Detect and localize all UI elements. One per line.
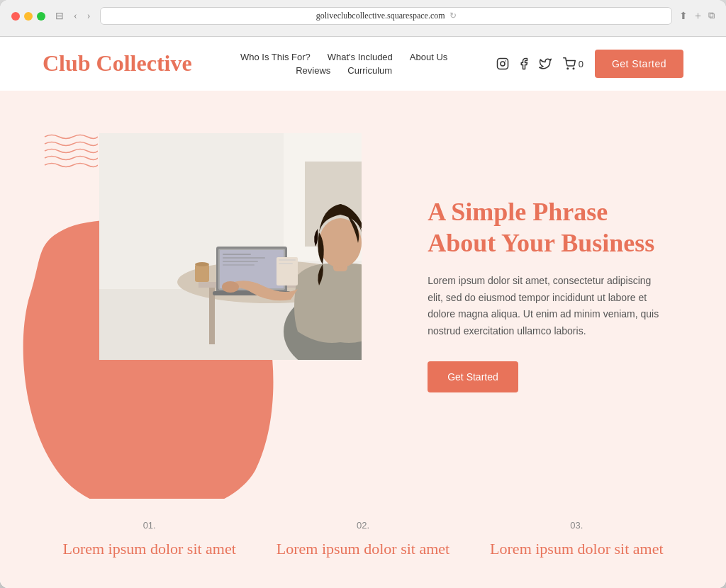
site-actions: 0 Get Started: [496, 50, 683, 78]
nav-reviews[interactable]: Reviews: [296, 65, 330, 76]
svg-rect-27: [277, 257, 298, 285]
site-logo[interactable]: Club Collective: [43, 51, 192, 76]
svg-point-1: [501, 62, 505, 66]
address-bar[interactable]: goliveclubcollective.squarespace.com ↻: [100, 7, 672, 25]
svg-point-2: [505, 60, 506, 62]
hero-left: [0, 91, 399, 499]
svg-rect-29: [279, 263, 293, 264]
close-button[interactable]: [11, 12, 20, 21]
social-icons: [496, 57, 552, 70]
cart-icon[interactable]: 0: [563, 57, 583, 70]
feature-number-2: 02.: [270, 520, 455, 531]
svg-rect-11: [209, 288, 215, 344]
svg-rect-16: [223, 254, 251, 255]
nav-about-us[interactable]: About Us: [410, 52, 447, 62]
nav-row-1: Who Is This For? What's Included About U…: [240, 52, 447, 62]
nav-row-2: Reviews Curriculum: [296, 65, 392, 76]
svg-rect-25: [195, 264, 209, 282]
nav-whats-included[interactable]: What's Included: [328, 52, 393, 62]
svg-rect-19: [223, 264, 255, 266]
hero-title: A Simple Phrase About Your Business: [428, 197, 669, 258]
svg-point-22: [222, 281, 239, 293]
minimize-button[interactable]: [24, 12, 33, 21]
hero-right: A Simple Phrase About Your Business Lore…: [399, 91, 726, 499]
hero-photo-bg: [99, 133, 362, 360]
sidebar-toggle-icon[interactable]: ⊟: [52, 9, 67, 23]
hero-content: A Simple Phrase About Your Business Lore…: [428, 197, 669, 392]
feature-title-2: Lorem ipsum dolor sit amet: [270, 539, 455, 560]
tabs-icon[interactable]: ⧉: [708, 10, 715, 23]
feature-title-1: Lorem ipsum dolor sit amet: [57, 539, 242, 560]
browser-chrome: ⊟ ‹ › goliveclubcollective.squarespace.c…: [0, 0, 726, 37]
svg-rect-28: [279, 259, 296, 261]
website-content: Club Collective Who Is This For? What's …: [0, 37, 726, 588]
features-section: 01. Lorem ipsum dolor sit amet 02. Lorem…: [0, 499, 726, 588]
browser-controls: ⊟ ‹ ›: [52, 9, 93, 23]
url-text: goliveclubcollective.squarespace.com: [316, 11, 445, 21]
browser-window: ⊟ ‹ › goliveclubcollective.squarespace.c…: [0, 0, 726, 588]
svg-rect-18: [223, 261, 258, 262]
maximize-button[interactable]: [37, 12, 45, 21]
feature-item-2: 02. Lorem ipsum dolor sit amet: [256, 520, 469, 560]
share-icon[interactable]: ⬆: [679, 10, 688, 23]
svg-rect-0: [497, 59, 508, 69]
forward-icon[interactable]: ›: [84, 9, 94, 23]
facebook-icon[interactable]: [518, 57, 530, 70]
feature-number-3: 03.: [484, 520, 669, 531]
feature-item-1: 01. Lorem ipsum dolor sit amet: [43, 520, 256, 560]
back-icon[interactable]: ‹: [71, 9, 80, 23]
feature-item-3: 03. Lorem ipsum dolor sit amet: [470, 520, 683, 560]
feature-title-3: Lorem ipsum dolor sit amet: [484, 539, 669, 560]
nav-curriculum[interactable]: Curriculum: [347, 65, 392, 76]
svg-point-4: [573, 68, 574, 69]
instagram-icon[interactable]: [496, 57, 509, 70]
get-started-header-button[interactable]: Get Started: [595, 50, 683, 78]
wave-decoration: [41, 130, 98, 172]
new-tab-icon[interactable]: +: [695, 10, 701, 23]
hero-image: [99, 133, 362, 360]
twitter-icon[interactable]: [539, 57, 552, 70]
hero-body: Lorem ipsum dolor sit amet, consectetur …: [428, 273, 669, 340]
svg-rect-17: [223, 257, 265, 259]
site-nav: Who Is This For? What's Included About U…: [240, 52, 447, 76]
site-header: Club Collective Who Is This For? What's …: [0, 37, 726, 91]
browser-actions: ⬆ + ⧉: [679, 10, 715, 23]
hero-section: A Simple Phrase About Your Business Lore…: [0, 91, 726, 499]
reload-icon[interactable]: ↻: [449, 11, 457, 21]
cart-count: 0: [579, 59, 583, 69]
svg-point-3: [567, 68, 569, 69]
nav-who-is-this-for[interactable]: Who Is This For?: [240, 52, 311, 62]
hero-illustration: [99, 133, 362, 360]
traffic-lights: [11, 12, 45, 21]
feature-number-1: 01.: [57, 520, 242, 531]
svg-point-26: [195, 262, 209, 266]
hero-cta-button[interactable]: Get Started: [428, 361, 518, 392]
